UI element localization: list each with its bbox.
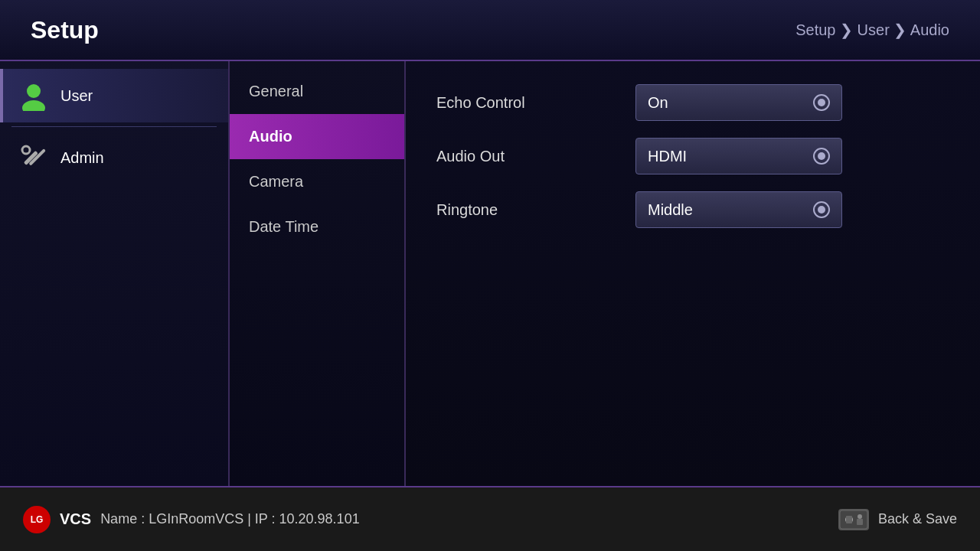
audio-out-row: Audio Out HDMI (436, 138, 949, 174)
breadcrumb: Setup ❯ User ❯ Audio (795, 21, 949, 39)
audio-out-value: HDMI (648, 148, 687, 165)
menu-panel: General Audio Camera Date Time (230, 61, 406, 486)
echo-control-row: Echo Control On (436, 84, 949, 121)
sidebar-item-user[interactable]: User (0, 69, 228, 122)
lg-logo-icon: LG (23, 506, 51, 533)
back-save-icon (838, 509, 869, 530)
echo-control-dropdown[interactable]: On (635, 84, 842, 121)
page-title: Setup (31, 16, 99, 44)
svg-point-0 (27, 84, 41, 98)
menu-item-audio-label: Audio (249, 128, 292, 145)
menu-item-camera[interactable]: Camera (230, 159, 404, 204)
echo-control-label: Echo Control (436, 94, 605, 112)
menu-item-general-label: General (249, 83, 303, 99)
menu-item-datetime[interactable]: Date Time (230, 204, 404, 249)
sidebar-item-admin[interactable]: Admin (0, 131, 228, 184)
main-content: User Admin General Audio Camer (0, 61, 980, 486)
echo-control-value: On (648, 94, 668, 112)
footer-brand-label: VCS (60, 510, 91, 528)
echo-control-radio-icon (813, 94, 830, 111)
footer: LG VCS Name : LGInRoomVCS | IP : 10.20.9… (0, 486, 980, 551)
back-save-label: Back & Save (878, 511, 957, 527)
footer-device-info: LG VCS Name : LGInRoomVCS | IP : 10.20.9… (23, 506, 360, 533)
svg-point-3 (22, 146, 30, 154)
user-avatar-icon (18, 80, 49, 111)
svg-rect-7 (846, 516, 852, 523)
svg-point-8 (858, 514, 862, 519)
svg-rect-5 (840, 510, 867, 529)
breadcrumb-sep2: ❯ (893, 21, 910, 38)
breadcrumb-audio: Audio (910, 21, 949, 38)
audio-out-dropdown[interactable]: HDMI (635, 138, 842, 174)
ringtone-radio-icon (813, 201, 830, 218)
audio-out-label: Audio Out (436, 148, 605, 165)
ringtone-row: Ringtone Middle (436, 191, 949, 228)
panel-divider (11, 126, 217, 127)
audio-out-radio-icon (813, 148, 830, 165)
svg-rect-9 (857, 519, 863, 525)
back-save-button[interactable]: Back & Save (838, 509, 957, 530)
sidebar-item-user-label: User (60, 87, 93, 105)
ringtone-label: Ringtone (436, 201, 605, 219)
menu-item-audio[interactable]: Audio (230, 114, 404, 159)
lg-logo-text: LG (31, 514, 44, 525)
breadcrumb-user: User (858, 21, 890, 38)
menu-item-general[interactable]: General (230, 69, 404, 114)
menu-item-datetime-label: Date Time (249, 218, 318, 235)
ringtone-dropdown[interactable]: Middle (635, 191, 842, 228)
svg-point-1 (22, 100, 45, 111)
header: Setup Setup ❯ User ❯ Audio (0, 0, 980, 61)
sidebar-item-admin-label: Admin (60, 149, 104, 167)
menu-item-camera-label: Camera (249, 173, 303, 190)
user-panel: User Admin (0, 61, 230, 486)
settings-panel: Echo Control On Audio Out HDMI Ringtone … (406, 61, 980, 486)
breadcrumb-setup: Setup (795, 21, 835, 38)
ringtone-value: Middle (648, 201, 693, 219)
footer-device-details: Name : LGInRoomVCS | IP : 10.20.98.101 (100, 511, 360, 527)
breadcrumb-sep1: ❯ (840, 21, 858, 38)
admin-icon (18, 142, 49, 173)
